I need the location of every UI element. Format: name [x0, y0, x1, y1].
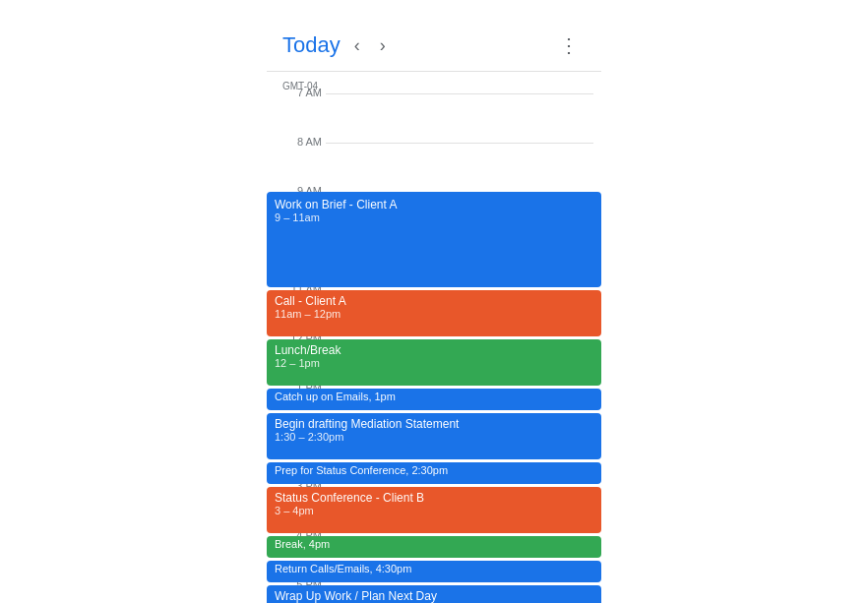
event-wrapup-title: Wrap Up Work / Plan Next Day [275, 589, 593, 603]
event-call-title: Call - Client A [275, 294, 593, 308]
event-status-conf-title: Status Conference - Client B [275, 491, 593, 505]
event-wrap-up[interactable]: Wrap Up Work / Plan Next Day 5 – 6pm [267, 585, 601, 603]
event-return-calls[interactable]: Return Calls/Emails, 4:30pm [267, 561, 601, 582]
event-catch-up-emails[interactable]: Catch up on Emails, 1pm [267, 389, 601, 410]
line-7am [326, 93, 593, 94]
label-8am: 8 AM [275, 136, 322, 148]
event-begin-drafting[interactable]: Begin drafting Mediation Statement 1:30 … [267, 413, 601, 459]
prev-button[interactable]: ‹ [348, 32, 366, 58]
event-work-brief-title: Work on Brief - Client A [275, 198, 593, 211]
calendar-body: 7 AM 8 AM 9 AM 10 AM 11 AM 12 PM [267, 93, 601, 603]
event-work-brief[interactable]: Work on Brief - Client A 9 – 11am [267, 192, 601, 287]
event-prep-title: Prep for Status Conference, 2:30pm [275, 464, 593, 476]
event-break[interactable]: Break, 4pm [267, 536, 601, 558]
event-lunch-title: Lunch/Break [275, 343, 593, 357]
event-lunch-time: 12 – 1pm [275, 357, 593, 369]
event-lunch-break[interactable]: Lunch/Break 12 – 1pm [267, 339, 601, 386]
event-drafting-title: Begin drafting Mediation Statement [275, 417, 593, 431]
time-slot-7am: 7 AM [326, 93, 593, 143]
calendar-container: Today ‹ › ⋮ GMT-04 7 AM 8 AM 9 AM 10 AM [267, 20, 601, 603]
event-call-time: 11am – 12pm [275, 308, 593, 320]
event-call-client-a[interactable]: Call - Client A 11am – 12pm [267, 290, 601, 336]
event-status-conference[interactable]: Status Conference - Client B 3 – 4pm [267, 487, 601, 533]
time-slot-8am: 8 AM [326, 143, 593, 192]
label-7am: 7 AM [275, 87, 322, 98]
header-left: Today ‹ › [282, 32, 392, 58]
event-catchup-title: Catch up on Emails, 1pm [275, 391, 593, 402]
event-work-brief-time: 9 – 11am [275, 211, 593, 223]
today-label[interactable]: Today [282, 32, 341, 58]
event-prep-status[interactable]: Prep for Status Conference, 2:30pm [267, 462, 601, 484]
event-break-title: Break, 4pm [275, 538, 593, 550]
calendar-header: Today ‹ › ⋮ [267, 20, 601, 71]
event-status-conf-time: 3 – 4pm [275, 505, 593, 516]
line-8am [326, 143, 593, 144]
event-return-calls-title: Return Calls/Emails, 4:30pm [275, 563, 593, 574]
more-options-button[interactable]: ⋮ [553, 30, 586, 61]
next-button[interactable]: › [374, 32, 392, 58]
event-drafting-time: 1:30 – 2:30pm [275, 431, 593, 443]
